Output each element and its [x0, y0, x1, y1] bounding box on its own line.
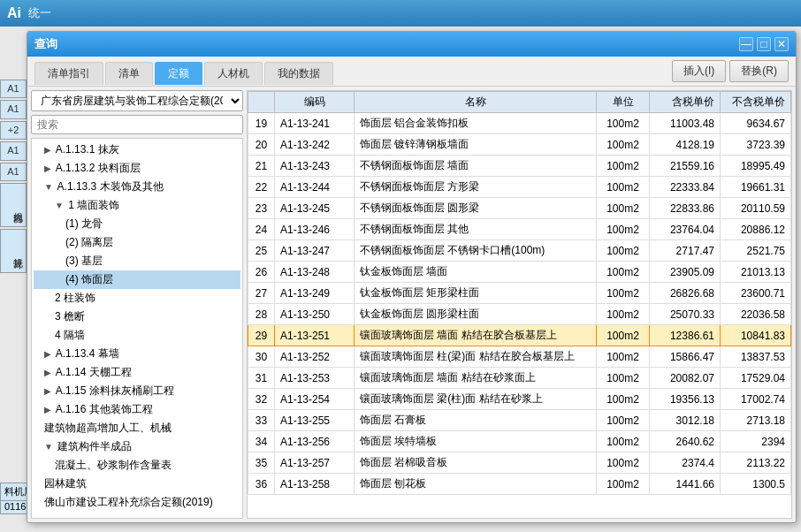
table-row[interactable]: 23 A1-13-245 不锈钢面板饰面层 圆形梁 100m2 22833.86… — [248, 198, 791, 219]
app-title: Ai — [7, 5, 21, 21]
tree-item-a116[interactable]: ▶ A.1.16 其他装饰工程 — [34, 400, 240, 419]
tree-item-a115[interactable]: ▶ A.1.15 涂料抹灰桶刷工程 — [34, 382, 240, 400]
side-label-a1-3[interactable]: A1 — [0, 141, 27, 160]
tree-item-shimian[interactable]: (4) 饰面层 — [34, 270, 240, 289]
cell-name: 镶面玻璃饰面层 墙面 粘结在砂浆面上 — [355, 368, 597, 389]
tree-item-jianzhu[interactable]: 建筑物超高增加人工、机械 — [34, 419, 240, 437]
table-row[interactable]: 36 A1-13-258 饰面层 刨花板 100m2 1441.66 1300.… — [248, 474, 791, 495]
cell-tax-price: 21559.16 — [650, 156, 721, 177]
cell-code: A1-13-254 — [275, 389, 355, 410]
side-label-a1-4[interactable]: A1 — [0, 163, 27, 181]
cell-num: 31 — [248, 368, 275, 389]
cell-unit: 100m2 — [597, 346, 650, 368]
side-label-a1[interactable]: A1 — [0, 80, 27, 98]
table-row[interactable]: 33 A1-13-255 饰面层 石膏板 100m2 3012.18 2713.… — [248, 410, 791, 431]
table-row[interactable]: 25 A1-13-247 不锈钢面板饰面层 不锈钢卡口槽(100m) 100m2… — [248, 240, 791, 262]
table-row[interactable]: 26 A1-13-248 钛金板饰面层 墙面 100m2 23905.09 21… — [248, 262, 791, 283]
side-label-jisuangui[interactable]: 计算规 — [0, 229, 27, 273]
cell-num: 36 — [248, 474, 275, 495]
tree-item-a1132[interactable]: ▶ A.1.13.2 块料面层 — [34, 159, 240, 178]
cell-name: 镶面玻璃饰面层 墙面 粘结在胶合板基层上 — [355, 325, 597, 346]
tree-arrow-4: ▼ — [55, 201, 64, 210]
table-row[interactable]: 35 A1-13-257 饰面层 岩棉吸音板 100m2 2374.4 2113… — [248, 452, 791, 474]
cell-name: 镶面玻璃饰面层 梁(柱)面 粘结在砂浆上 — [355, 389, 597, 410]
cell-notax-price: 19661.31 — [721, 177, 791, 198]
side-label-a1-2[interactable]: A1 — [0, 100, 27, 118]
table-row[interactable]: 20 A1-13-242 饰面层 镀锌薄钢板墙面 100m2 4128.19 3… — [248, 134, 791, 156]
table-row[interactable]: 32 A1-13-254 镶面玻璃饰面层 梁(柱)面 粘结在砂浆上 100m2 … — [248, 389, 791, 410]
cell-notax-price: 2521.75 — [721, 240, 791, 262]
cell-tax-price: 12386.61 — [650, 325, 721, 346]
tree-item-goujian[interactable]: ▼ 建筑构件半成品 — [34, 437, 240, 456]
close-button[interactable]: ✕ — [774, 37, 789, 51]
cell-unit: 100m2 — [597, 134, 650, 156]
table-row[interactable]: 31 A1-13-253 镶面玻璃饰面层 墙面 粘结在砂浆面上 100m2 20… — [248, 368, 791, 389]
tree-item-wall[interactable]: ▼ 1 墙面装饰 — [34, 196, 240, 215]
tree-item-foshan[interactable]: 佛山市建设工程补充综合定额(2019) — [34, 493, 240, 512]
tab-qingdan-zhiyin[interactable]: 清单指引 — [34, 62, 103, 85]
tree-arrow-7: ▶ — [44, 386, 51, 396]
cell-num: 27 — [248, 283, 275, 304]
insert-button[interactable]: 插入(I) — [672, 60, 726, 82]
dialog-body: 广东省房屋建筑与装饰工程综合定额(2018) ▶ A.1.13.1 抹灰 ▶ A… — [27, 87, 796, 522]
cell-name: 钛金板饰面层 矩形梁柱面 — [355, 283, 597, 304]
cell-tax-price: 11003.48 — [650, 113, 721, 134]
app-bar: Ai 统一 — [0, 0, 801, 27]
cell-notax-price: 23600.71 — [721, 283, 791, 304]
table-container: 编码 名称 单位 含税单价 不含税单价 19 A1-13-241 饰面层 铝合金… — [247, 90, 792, 519]
tree-arrow-5: ▶ — [44, 349, 51, 359]
table-row[interactable]: 34 A1-13-256 饰面层 埃特墙板 100m2 2640.62 2394 — [248, 431, 791, 452]
tree-item-yuanlin[interactable]: 园林建筑 — [34, 475, 240, 493]
tree-item-a114[interactable]: ▶ A.1.14 天棚工程 — [34, 363, 240, 382]
tree-item-a1131[interactable]: ▶ A.1.13.1 抹灰 — [34, 141, 240, 159]
table-row[interactable]: 24 A1-13-246 不锈钢面板饰面层 其他 100m2 23764.04 … — [248, 219, 791, 240]
cell-tax-price: 22333.84 — [650, 177, 721, 198]
table-row[interactable]: 28 A1-13-250 钛金板饰面层 圆形梁柱面 100m2 25070.33… — [248, 304, 791, 325]
cell-name: 饰面层 石膏板 — [355, 410, 597, 431]
cell-code: A1-13-255 — [275, 410, 355, 431]
table-row[interactable]: 27 A1-13-249 钛金板饰面层 矩形梁柱面 100m2 26826.68… — [248, 283, 791, 304]
tab-rencaiji[interactable]: 人材机 — [204, 62, 263, 85]
cell-tax-price: 2717.47 — [650, 240, 721, 262]
replace-button[interactable]: 替换(R) — [729, 60, 789, 82]
tree-item-jiceng[interactable]: (3) 基层 — [34, 252, 240, 270]
table-row[interactable]: 22 A1-13-244 不锈钢面板饰面层 方形梁 100m2 22333.84… — [248, 177, 791, 198]
side-label-neironggui[interactable]: 内容规 — [0, 183, 27, 227]
cell-tax-price: 3012.18 — [650, 410, 721, 431]
cell-unit: 100m2 — [597, 368, 650, 389]
cell-notax-price: 9634.67 — [721, 113, 791, 134]
tree-item-hunning[interactable]: 混凝土、砂浆制作含量表 — [34, 456, 240, 475]
table-row[interactable]: 30 A1-13-252 镶面玻璃饰面层 柱(梁)面 粘结在胶合板基层上 100… — [248, 346, 791, 368]
cell-name: 饰面层 铝合金装饰扣板 — [355, 113, 597, 134]
cell-unit: 100m2 — [597, 262, 650, 283]
tree-item-geqiang[interactable]: 4 隔墙 — [34, 326, 240, 345]
cell-code: A1-13-246 — [275, 219, 355, 240]
cell-name: 不锈钢面板饰面层 方形梁 — [355, 177, 597, 198]
col-notax-price: 不含税单价 — [721, 92, 791, 113]
tree-container: ▶ A.1.13.1 抹灰 ▶ A.1.13.2 块料面层 ▼ A.1.13.3… — [31, 138, 243, 519]
table-row[interactable]: 19 A1-13-241 饰面层 铝合金装饰扣板 100m2 11003.48 … — [248, 113, 791, 134]
table-row[interactable]: 21 A1-13-243 不锈钢面板饰面层 墙面 100m2 21559.16 … — [248, 156, 791, 177]
tree-item-zhu[interactable]: 2 柱装饰 — [34, 289, 240, 308]
cell-notax-price: 17002.74 — [721, 389, 791, 410]
tree-item-longgu[interactable]: (1) 龙骨 — [34, 215, 240, 233]
tree-item-yanduo[interactable]: 3 檐断 — [34, 308, 240, 326]
maximize-button[interactable]: □ — [757, 37, 771, 51]
minimize-button[interactable]: — — [739, 37, 753, 51]
table-row[interactable]: 29 A1-13-251 镶面玻璃饰面层 墙面 粘结在胶合板基层上 100m2 … — [248, 325, 791, 346]
cell-code: A1-13-256 — [275, 431, 355, 452]
cell-code: A1-13-257 — [275, 452, 355, 474]
tree-item-a1133[interactable]: ▼ A.1.13.3 木装饰及其他 — [34, 178, 240, 196]
tab-dinee[interactable]: 定额 — [155, 62, 202, 85]
tree-item-a1134[interactable]: ▶ A.1.13.4 幕墙 — [34, 345, 240, 363]
quota-selector[interactable]: 广东省房屋建筑与装饰工程综合定额(2018) — [31, 90, 243, 111]
search-input[interactable] — [31, 115, 243, 134]
side-label-plus2[interactable]: +2 — [0, 121, 27, 140]
col-code: 编码 — [275, 92, 355, 113]
app-subtitle: 统一 — [28, 5, 51, 21]
tree-item-geceng[interactable]: (2) 隔离层 — [34, 233, 240, 252]
cell-unit: 100m2 — [597, 325, 650, 346]
cell-unit: 100m2 — [597, 240, 650, 262]
tab-qingdan[interactable]: 清单 — [105, 62, 153, 85]
tab-mydata[interactable]: 我的数据 — [264, 62, 333, 85]
